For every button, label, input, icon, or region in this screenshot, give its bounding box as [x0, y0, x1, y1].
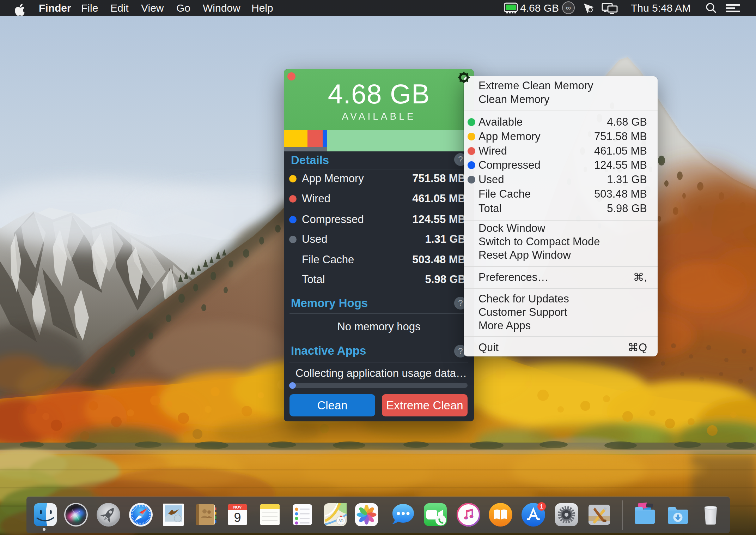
svg-text:1: 1	[540, 504, 543, 510]
svg-text:∞: ∞	[566, 4, 571, 12]
svg-text:NOV: NOV	[233, 505, 242, 509]
svg-text:3D: 3D	[338, 519, 343, 523]
svg-text:9: 9	[234, 510, 241, 525]
